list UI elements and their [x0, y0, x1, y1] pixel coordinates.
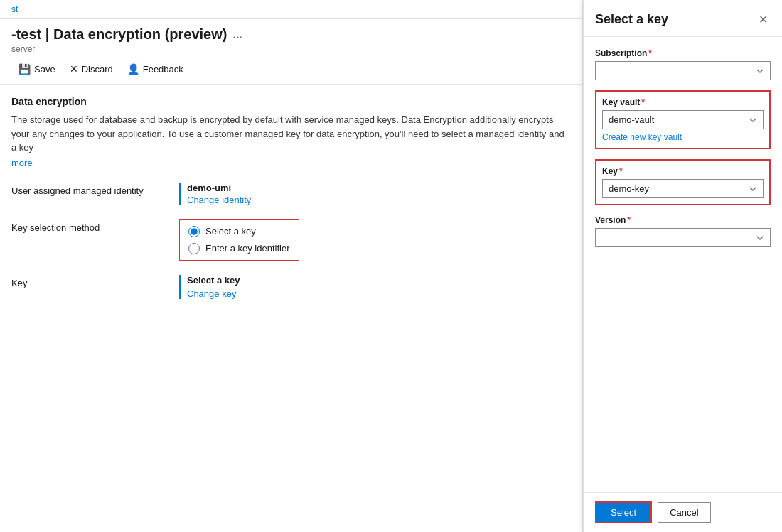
ellipsis-menu[interactable]: ...	[232, 28, 242, 41]
read-more-link[interactable]: more	[11, 158, 33, 168]
save-button[interactable]: 💾 Save	[11, 60, 63, 78]
key-required: *	[619, 166, 623, 176]
form-grid: User assigned managed identity demo-umi …	[11, 183, 571, 299]
section-title: Data encryption	[11, 96, 571, 107]
key-vault-dropdown[interactable]: demo-vault	[602, 110, 764, 129]
key-label: Key	[11, 275, 168, 288]
version-field: Version*	[595, 215, 771, 247]
feedback-icon: 👤	[127, 63, 139, 75]
key-select-dropdown[interactable]: demo-key	[602, 179, 764, 198]
change-key-link[interactable]: Change key	[187, 288, 571, 299]
key-select-label: Key*	[602, 166, 764, 176]
page-header: -test | Data encryption (preview) ... se…	[0, 19, 582, 54]
panel-footer: Select Cancel	[584, 492, 782, 532]
key-selection-label: Key selection method	[11, 219, 168, 233]
close-panel-button[interactable]: ✕	[756, 11, 771, 28]
key-vault-required: *	[641, 97, 645, 107]
description-text: The storage used for database and backup…	[11, 113, 571, 155]
cancel-button[interactable]: Cancel	[658, 502, 710, 523]
save-icon: 💾	[18, 63, 31, 75]
right-panel: Select a key ✕ Subscription* Key vault* …	[583, 0, 782, 532]
close-icon: ✕	[759, 13, 768, 26]
key-field: Select a key Change key	[179, 275, 571, 299]
radio-select-key-input[interactable]	[188, 226, 200, 237]
radio-select-key[interactable]: Select a key	[188, 226, 290, 237]
select-button[interactable]: Select	[595, 501, 652, 523]
version-label: Version*	[595, 215, 771, 225]
subscription-required: *	[648, 48, 652, 58]
panel-body: Subscription* Key vault* demo-vault Crea…	[584, 37, 782, 492]
radio-enter-identifier-input[interactable]	[188, 243, 200, 254]
breadcrumb[interactable]: st	[0, 0, 582, 19]
panel-header: Select a key ✕	[584, 0, 782, 37]
panel-title: Select a key	[595, 12, 668, 27]
identity-value: demo-umi Change identity	[179, 183, 571, 205]
left-panel: st -test | Data encryption (preview) ...…	[0, 0, 583, 532]
discard-button[interactable]: ✕ Discard	[63, 60, 120, 78]
discard-icon: ✕	[70, 63, 78, 75]
version-dropdown[interactable]	[595, 228, 771, 247]
subscription-label: Subscription*	[595, 48, 771, 58]
toolbar: 💾 Save ✕ Discard 👤 Feedback	[0, 54, 582, 85]
feedback-button[interactable]: 👤 Feedback	[120, 60, 191, 78]
key-vault-field: Key vault* demo-vault Create new key vau…	[595, 90, 771, 149]
content-area: Data encryption The storage used for dat…	[0, 85, 582, 310]
change-identity-link[interactable]: Change identity	[187, 195, 571, 205]
identity-label: User assigned managed identity	[11, 183, 168, 196]
subscription-field: Subscription*	[595, 48, 771, 80]
page-title: -test | Data encryption (preview) ...	[11, 26, 571, 43]
subscription-dropdown[interactable]	[595, 61, 771, 80]
create-key-vault-link[interactable]: Create new key vault	[602, 132, 764, 142]
radio-group-container: Select a key Enter a key identifier	[179, 219, 571, 261]
radio-group-box: Select a key Enter a key identifier	[179, 219, 299, 261]
key-vault-label: Key vault*	[602, 97, 764, 107]
radio-enter-identifier[interactable]: Enter a key identifier	[188, 243, 290, 254]
key-select-field: Key* demo-key	[595, 159, 771, 205]
page-subtitle: server	[11, 44, 571, 54]
version-required: *	[627, 215, 631, 225]
